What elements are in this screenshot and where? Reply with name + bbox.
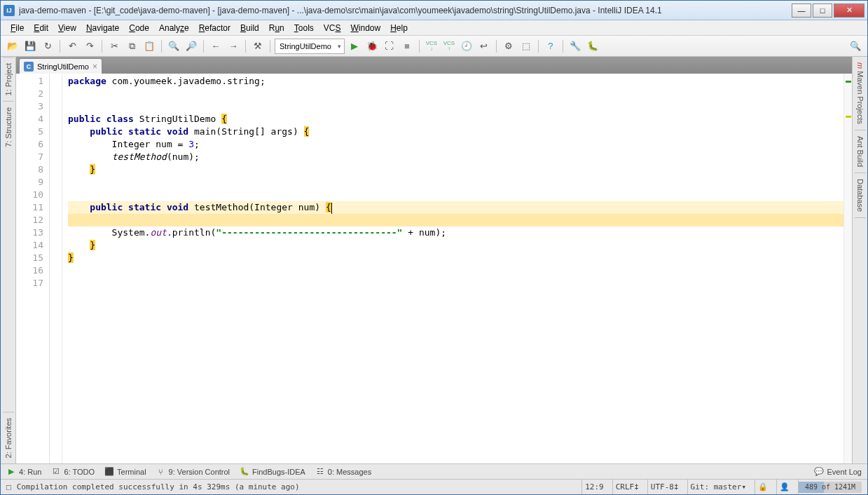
line-number-gutter: 1234567891011121314151617 xyxy=(16,74,50,463)
vcs-icon: ⑂ xyxy=(156,467,166,477)
error-stripe[interactable] xyxy=(843,74,852,463)
log-icon: 💬 xyxy=(814,467,824,477)
caret-position[interactable]: 12:9 xyxy=(581,480,607,494)
code-area[interactable]: package com.youmeek.javademo.string; pub… xyxy=(62,74,852,463)
todo-icon: ☑ xyxy=(51,467,61,477)
statusbar: ⬚ Compilation completed successfully in … xyxy=(1,479,867,494)
tab-messages[interactable]: ☷0: Messages xyxy=(315,467,371,477)
undo-icon[interactable]: ↶ xyxy=(64,39,80,54)
menu-help[interactable]: Help xyxy=(386,22,412,34)
app-icon: IJ xyxy=(4,5,15,16)
window-title: java-demo-maven - [E:\git_code\java-demo… xyxy=(19,6,792,15)
run-config-label: StringUtilDemo xyxy=(280,42,331,50)
save-icon[interactable]: 💾 xyxy=(22,39,38,54)
bug-icon: 🐛 xyxy=(240,467,249,477)
vcs-history-icon[interactable]: 🕘 xyxy=(459,39,474,54)
build-icon[interactable]: ⚒ xyxy=(250,39,266,54)
tab-maven[interactable]: m Maven Projects xyxy=(855,57,866,130)
findbugs-icon[interactable]: 🔧 xyxy=(567,39,583,54)
menu-vcs[interactable]: VCS xyxy=(319,22,345,34)
menu-run[interactable]: Run xyxy=(265,22,289,34)
menu-view[interactable]: View xyxy=(54,22,81,34)
file-tab[interactable]: C StringUtilDemo × xyxy=(19,58,102,74)
right-tool-gutter: m Maven Projects Ant Build Database xyxy=(852,57,867,463)
tab-todo[interactable]: ☑6: TODO xyxy=(51,467,95,477)
menu-navigate[interactable]: Navigate xyxy=(82,22,123,34)
lock-icon[interactable]: 🔒 xyxy=(755,480,771,494)
hector-icon[interactable]: 👤 xyxy=(776,480,792,494)
findbugs-bug-icon[interactable]: 🐛 xyxy=(585,39,600,54)
memory-indicator[interactable]: 489 of 1241M xyxy=(799,482,862,493)
vcs-revert-icon[interactable]: ↩ xyxy=(476,39,492,54)
redo-icon[interactable]: ↷ xyxy=(82,39,97,54)
tab-terminal[interactable]: ⬛Terminal xyxy=(104,467,146,477)
menu-tools[interactable]: Tools xyxy=(290,22,318,34)
terminal-icon: ⬛ xyxy=(104,467,114,477)
back-icon[interactable]: ← xyxy=(208,39,223,54)
menu-file[interactable]: File xyxy=(6,22,28,34)
tab-project[interactable]: 1: Project xyxy=(3,57,14,101)
menu-window[interactable]: Window xyxy=(346,22,385,34)
run-icon[interactable]: ▶ xyxy=(347,39,362,54)
help-icon[interactable]: ? xyxy=(543,39,558,54)
refresh-icon[interactable]: ↻ xyxy=(40,39,55,54)
git-branch[interactable]: Git: master ▾ xyxy=(687,480,749,494)
messages-icon: ☷ xyxy=(315,467,325,477)
stop-icon[interactable]: ■ xyxy=(399,39,415,54)
editor[interactable]: 1234567891011121314151617 package com.yo… xyxy=(16,74,852,463)
java-class-icon: C xyxy=(24,62,34,72)
marker-gutter xyxy=(50,74,62,463)
menu-analyze[interactable]: Analyze xyxy=(155,22,193,34)
vcs-update-icon[interactable]: VCS↓ xyxy=(424,39,439,54)
editor-tab-bar: C StringUtilDemo × xyxy=(16,57,852,74)
open-icon[interactable]: 📂 xyxy=(5,39,20,54)
menu-build[interactable]: Build xyxy=(236,22,263,34)
menu-refactor[interactable]: Refactor xyxy=(195,22,235,34)
settings-icon[interactable]: ⚙ xyxy=(501,39,516,54)
bottom-tool-tabs: ▶4: Run ☑6: TODO ⬛Terminal ⑂9: Version C… xyxy=(1,463,867,479)
left-tool-gutter: 1: Project 7: Structure 2: Favorites xyxy=(1,57,16,463)
maximize-button[interactable]: □ xyxy=(813,4,832,18)
vcs-commit-icon[interactable]: VCS↑ xyxy=(441,39,457,54)
minimize-button[interactable]: — xyxy=(792,4,811,18)
file-encoding[interactable]: UTF-8‡ xyxy=(647,480,682,494)
paste-icon[interactable]: 📋 xyxy=(142,39,157,54)
tab-favorites[interactable]: 2: Favorites xyxy=(3,412,14,463)
titlebar: IJ java-demo-maven - [E:\git_code\java-d… xyxy=(1,1,867,20)
menubar: File Edit View Navigate Code Analyze Ref… xyxy=(1,20,867,36)
file-tab-label: StringUtilDemo xyxy=(37,62,89,71)
run-icon: ▶ xyxy=(6,467,16,477)
find-icon[interactable]: 🔍 xyxy=(166,39,181,54)
tab-run[interactable]: ▶4: Run xyxy=(6,467,41,477)
menu-edit[interactable]: Edit xyxy=(29,22,53,34)
tab-ant[interactable]: Ant Build xyxy=(855,130,866,173)
run-config-dropdown[interactable]: StringUtilDemo xyxy=(275,39,345,54)
line-separator[interactable]: CRLF‡ xyxy=(612,480,642,494)
close-button[interactable]: ✕ xyxy=(834,4,864,18)
coverage-icon[interactable]: ⛶ xyxy=(382,39,397,54)
toolbar: 📂 💾 ↻ ↶ ↷ ✂ ⧉ 📋 🔍 🔎 ← → ⚒ StringUtilDemo… xyxy=(1,36,867,57)
close-tab-icon[interactable]: × xyxy=(92,62,97,72)
tab-event-log[interactable]: 💬Event Log xyxy=(814,467,862,477)
project-structure-icon[interactable]: ⬚ xyxy=(518,39,534,54)
tab-findbugs[interactable]: 🐛FindBugs-IDEA xyxy=(240,467,305,477)
replace-icon[interactable]: 🔎 xyxy=(184,39,199,54)
search-everywhere-icon[interactable]: 🔍 xyxy=(848,39,863,54)
status-icon: ⬚ xyxy=(6,482,11,491)
debug-icon[interactable]: 🐞 xyxy=(364,39,380,54)
forward-icon[interactable]: → xyxy=(226,39,241,54)
menu-code[interactable]: Code xyxy=(125,22,153,34)
status-message: Compilation completed successfully in 4s… xyxy=(17,482,577,491)
cut-icon[interactable]: ✂ xyxy=(106,39,122,54)
tab-version-control[interactable]: ⑂9: Version Control xyxy=(156,467,230,477)
tab-structure[interactable]: 7: Structure xyxy=(3,101,14,153)
copy-icon[interactable]: ⧉ xyxy=(124,39,139,54)
tab-database[interactable]: Database xyxy=(855,173,866,218)
